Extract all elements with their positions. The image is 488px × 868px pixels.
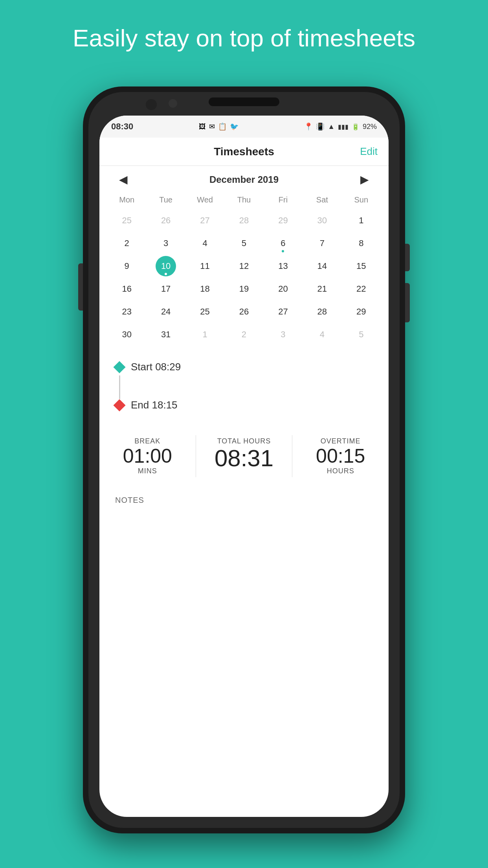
status-bar: 08:30 🖼 ✉ 📋 🐦 📍 📳 ▲ ▮▮▮ 🔋 92% bbox=[99, 116, 389, 138]
calendar-day-cell[interactable]: 3 bbox=[264, 324, 303, 345]
battery-percent: 92% bbox=[363, 123, 377, 131]
calendar-day-cell[interactable]: 5 bbox=[224, 233, 263, 254]
camera-right bbox=[169, 99, 177, 108]
timeline-line bbox=[119, 375, 120, 399]
calendar-day-headers: Mon Tue Wed Thu Fri Sat Sun bbox=[107, 193, 381, 207]
calendar-day-cell[interactable]: 1 bbox=[185, 324, 224, 345]
overtime-label: OVERTIME bbox=[292, 437, 389, 445]
calendar-day-cell[interactable]: 27 bbox=[264, 301, 303, 322]
calendar-days: 2526272829301234567891011121314151617181… bbox=[107, 210, 381, 345]
calendar-day-cell[interactable]: 30 bbox=[303, 210, 341, 231]
timeline-start: Start 08:29 bbox=[115, 361, 373, 373]
start-time-label: Start 08:29 bbox=[131, 361, 181, 373]
calendar-day-cell[interactable]: 31 bbox=[146, 324, 185, 345]
calendar-day-cell[interactable]: 8 bbox=[342, 233, 381, 254]
prev-month-button[interactable]: ◀ bbox=[119, 173, 128, 186]
location-icon: 📍 bbox=[304, 122, 313, 131]
calendar-day-cell[interactable]: 16 bbox=[107, 278, 146, 300]
calendar-day-cell[interactable]: 3 bbox=[146, 233, 185, 254]
calendar-day-cell[interactable]: 7 bbox=[303, 233, 341, 254]
calendar-day-cell[interactable]: 28 bbox=[303, 301, 341, 322]
calendar-day-cell[interactable]: 6 bbox=[264, 233, 303, 254]
phone-mockup: 08:30 🖼 ✉ 📋 🐦 📍 📳 ▲ ▮▮▮ 🔋 92% bbox=[83, 86, 405, 833]
calendar-day-cell[interactable]: 23 bbox=[107, 301, 146, 322]
calendar-day-cell[interactable]: 20 bbox=[264, 278, 303, 300]
volume-down-button bbox=[405, 283, 410, 322]
break-value: 01:00 bbox=[99, 445, 196, 467]
calendar-day-cell[interactable]: 15 bbox=[342, 256, 381, 277]
day-label-sat: Sat bbox=[303, 193, 341, 207]
calendar-day-cell[interactable]: 10 bbox=[146, 256, 185, 277]
edit-button[interactable]: Edit bbox=[360, 145, 378, 158]
calendar-day-cell[interactable]: 25 bbox=[107, 210, 146, 231]
calendar-day-cell[interactable]: 26 bbox=[224, 301, 263, 322]
calendar-day-cell[interactable]: 4 bbox=[303, 324, 341, 345]
status-time: 08:30 bbox=[111, 121, 133, 132]
twitter-icon: 🐦 bbox=[230, 122, 238, 131]
app-title: Timesheets bbox=[214, 145, 274, 158]
calendar-grid: Mon Tue Wed Thu Fri Sat Sun 252627282930… bbox=[107, 193, 381, 345]
break-unit: MINS bbox=[99, 467, 196, 475]
calendar-day-cell[interactable]: 11 bbox=[185, 256, 224, 277]
calendar-day-cell[interactable]: 29 bbox=[264, 210, 303, 231]
notes-section: NOTES bbox=[99, 488, 389, 513]
overtime-unit: HOURS bbox=[292, 467, 389, 475]
calendar-day-cell[interactable]: 27 bbox=[185, 210, 224, 231]
timeline-section: Start 08:29 End 18:15 bbox=[99, 353, 389, 421]
status-left-icons: 🖼 ✉ 📋 🐦 bbox=[199, 122, 238, 131]
calendar-day-cell[interactable]: 26 bbox=[146, 210, 185, 231]
day-label-wed: Wed bbox=[185, 193, 224, 207]
status-icons: 📍 📳 ▲ ▮▮▮ 🔋 92% bbox=[304, 122, 377, 131]
calendar-day-cell[interactable]: 30 bbox=[107, 324, 146, 345]
calendar-day-cell[interactable]: 1 bbox=[342, 210, 381, 231]
calendar-day-cell[interactable]: 2 bbox=[224, 324, 263, 345]
calendar-day-cell[interactable]: 25 bbox=[185, 301, 224, 322]
vibrate-icon: 📳 bbox=[316, 122, 325, 131]
stats-section: BREAK 01:00 MINS TOTAL HOURS 08:31 OVERT… bbox=[99, 425, 389, 487]
start-dot-icon bbox=[113, 361, 125, 373]
overtime-value: 00:15 bbox=[292, 445, 389, 467]
phone-screen: 08:30 🖼 ✉ 📋 🐦 📍 📳 ▲ ▮▮▮ 🔋 92% bbox=[99, 116, 389, 817]
break-stat: BREAK 01:00 MINS bbox=[99, 433, 196, 479]
notes-label: NOTES bbox=[115, 496, 373, 505]
next-month-button[interactable]: ▶ bbox=[360, 173, 369, 186]
sim-icon: 📋 bbox=[218, 122, 227, 131]
mail-icon: ✉ bbox=[209, 122, 215, 131]
calendar-section: ◀ December 2019 ▶ Mon Tue Wed Thu Fri Sa… bbox=[99, 166, 389, 349]
calendar-day-cell[interactable]: 24 bbox=[146, 301, 185, 322]
power-button bbox=[78, 263, 83, 311]
calendar-day-cell[interactable]: 9 bbox=[107, 256, 146, 277]
camera-left bbox=[146, 99, 157, 110]
day-label-sun: Sun bbox=[342, 193, 381, 207]
calendar-month-year: December 2019 bbox=[209, 174, 279, 185]
calendar-day-cell[interactable]: 19 bbox=[224, 278, 263, 300]
calendar-day-cell[interactable]: 14 bbox=[303, 256, 341, 277]
app-tagline: Easily stay on top of timesheets bbox=[0, 0, 488, 68]
battery-icon: 🔋 bbox=[352, 123, 360, 131]
wifi-icon: ▲ bbox=[328, 123, 335, 131]
calendar-day-cell[interactable]: 13 bbox=[264, 256, 303, 277]
calendar-day-cell[interactable]: 22 bbox=[342, 278, 381, 300]
calendar-day-cell[interactable]: 12 bbox=[224, 256, 263, 277]
overtime-stat: OVERTIME 00:15 HOURS bbox=[292, 433, 389, 479]
total-hours-stat: TOTAL HOURS 08:31 bbox=[196, 433, 292, 479]
phone-shell: 08:30 🖼 ✉ 📋 🐦 📍 📳 ▲ ▮▮▮ 🔋 92% bbox=[83, 86, 405, 833]
calendar-day-cell[interactable]: 21 bbox=[303, 278, 341, 300]
calendar-day-cell[interactable]: 29 bbox=[342, 301, 381, 322]
calendar-day-cell[interactable]: 4 bbox=[185, 233, 224, 254]
volume-up-button bbox=[405, 244, 410, 271]
calendar-day-cell[interactable]: 28 bbox=[224, 210, 263, 231]
phone-inner: 08:30 🖼 ✉ 📋 🐦 📍 📳 ▲ ▮▮▮ 🔋 92% bbox=[88, 92, 400, 828]
calendar-day-cell[interactable]: 5 bbox=[342, 324, 381, 345]
calendar-day-cell[interactable]: 18 bbox=[185, 278, 224, 300]
calendar-day-cell[interactable]: 17 bbox=[146, 278, 185, 300]
end-time-label: End 18:15 bbox=[131, 399, 178, 411]
end-dot-icon bbox=[113, 399, 125, 411]
total-hours-label: TOTAL HOURS bbox=[196, 437, 292, 445]
calendar-day-cell[interactable]: 2 bbox=[107, 233, 146, 254]
photo-icon: 🖼 bbox=[199, 123, 206, 131]
total-hours-value: 08:31 bbox=[196, 445, 292, 471]
signal-icon: ▮▮▮ bbox=[338, 123, 349, 131]
timeline-end: End 18:15 bbox=[115, 399, 373, 411]
calendar-nav: ◀ December 2019 ▶ bbox=[107, 166, 381, 193]
